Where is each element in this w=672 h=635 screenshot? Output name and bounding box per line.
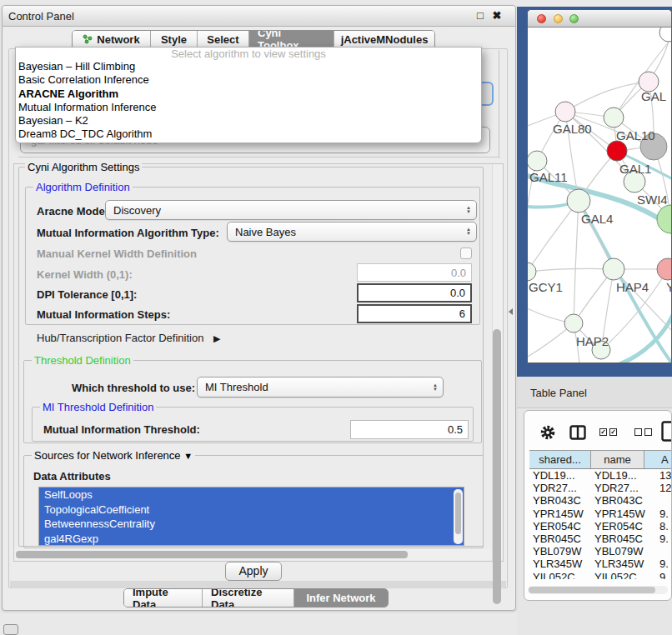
- table-row[interactable]: YBR043CYBR043C: [526, 494, 671, 507]
- list-vertical-scrollbar[interactable]: [454, 489, 463, 544]
- tab-discretize-data[interactable]: Discretize Data: [203, 589, 294, 607]
- node-green-large[interactable]: [657, 205, 671, 233]
- network-graph-canvas[interactable]: GAL GAL80 GAL10 GAL1 GAL11 SWI4 GAL4 GCY…: [528, 28, 671, 363]
- minimize-traffic-light-icon[interactable]: [554, 14, 563, 23]
- table-row[interactable]: YPR145WYPR145W9.: [526, 508, 671, 520]
- deselect-all-columns-button[interactable]: [634, 428, 652, 436]
- apply-button[interactable]: Apply: [225, 562, 282, 581]
- column-header-name[interactable]: name: [591, 450, 644, 469]
- close-traffic-light-icon[interactable]: [537, 14, 546, 23]
- node-label: HAP4: [616, 280, 649, 294]
- select-all-columns-button[interactable]: ✓ ✓: [599, 428, 617, 436]
- mi-algorithm-type-combobox[interactable]: Naive Bayes ▲▼: [227, 222, 477, 242]
- docked-panel-icon[interactable]: [3, 624, 18, 635]
- table-settings-button[interactable]: [539, 424, 556, 444]
- tab-cyni-toolbox[interactable]: Cyni Toolbox: [249, 31, 334, 48]
- dpi-tolerance-label: DPI Tolerance [0,1]:: [37, 288, 137, 301]
- dropdown-option-selected[interactable]: ARACNE Algorithm: [16, 88, 481, 101]
- node-label: GAL: [641, 89, 666, 103]
- network-window-titlebar[interactable]: [528, 10, 672, 28]
- tab-label: Style: [161, 33, 187, 46]
- table-row[interactable]: YIL052CYIL052C9: [526, 571, 671, 580]
- table-horizontal-scrollbar[interactable]: [528, 586, 668, 594]
- table-row[interactable]: YBL079WYBL079W: [526, 545, 671, 558]
- sources-title-row[interactable]: Sources for Network Inference ▼: [32, 449, 195, 462]
- split-columns-button[interactable]: [569, 425, 586, 443]
- combobox-value: Discovery: [113, 204, 161, 217]
- node-gal1-red[interactable]: [607, 141, 627, 161]
- table-row[interactable]: YDR27...YDR27...12: [526, 482, 671, 494]
- zoom-traffic-light-icon[interactable]: [569, 14, 579, 23]
- tab-network[interactable]: Network: [73, 31, 151, 48]
- panel-bottom-band: [10, 581, 506, 588]
- table-row[interactable]: YER054CYER054C8.: [526, 520, 671, 532]
- tab-label: Select: [207, 33, 238, 46]
- node-salmon[interactable]: [657, 258, 671, 280]
- cell-name: YER054C: [594, 520, 643, 532]
- cell-value: 12: [659, 482, 671, 494]
- node-hap4[interactable]: [603, 258, 624, 280]
- hub-transcription-factor-section[interactable]: Hub/Transcription Factor Definition ▶: [37, 332, 220, 344]
- which-threshold-combobox[interactable]: MI Threshold ▲▼: [197, 377, 444, 398]
- tab-select[interactable]: Select: [198, 31, 249, 48]
- mutual-information-threshold-field[interactable]: 0.5: [350, 420, 469, 439]
- scrollbar-thumb[interactable]: [493, 329, 501, 604]
- table-row[interactable]: YLR345WYLR345W9.: [526, 558, 671, 570]
- mi-steps-field[interactable]: 6: [357, 304, 472, 323]
- dropdown-option[interactable]: Dream8 DC_TDC Algorithm: [16, 128, 481, 141]
- cell-shared: YDL19...: [533, 469, 575, 482]
- dropdown-option[interactable]: Basic Correlation Inference: [16, 73, 481, 87]
- dropdown-option[interactable]: Bayesian – Hill Climbing: [16, 60, 481, 73]
- node-gal4[interactable]: [567, 189, 590, 212]
- kernel-width-field[interactable]: 0.0: [357, 263, 472, 282]
- list-item-selected[interactable]: TopologicalCoefficient: [39, 502, 464, 518]
- table-row[interactable]: YDL19...YDL19...13: [526, 469, 671, 482]
- list-item-selected[interactable]: SelfLoops: [39, 488, 464, 502]
- data-attributes-list[interactable]: SelfLoops TopologicalCoefficient Between…: [38, 487, 464, 546]
- aracne-mode-combobox[interactable]: Discovery ▲▼: [105, 200, 477, 220]
- scrollbar-thumb[interactable]: [455, 492, 461, 534]
- control-panel-titlebar[interactable]: [3, 6, 515, 27]
- cell-name: YBL079W: [594, 545, 644, 558]
- column-header-shared-name[interactable]: shared...: [529, 450, 591, 469]
- column-header-partial[interactable]: A: [644, 450, 672, 469]
- node-partial-top[interactable]: [659, 28, 671, 42]
- scrollbar-thumb[interactable]: [16, 551, 408, 558]
- node-label: GAL10: [616, 128, 655, 142]
- settings-vertical-scrollbar[interactable]: [492, 164, 503, 561]
- node-gal80[interactable]: [555, 102, 575, 122]
- scrollbar-thumb[interactable]: [529, 587, 655, 593]
- control-panel-title: Control Panel: [8, 10, 74, 22]
- tab-label: Cyni Toolbox: [258, 30, 325, 48]
- tab-style[interactable]: Style: [151, 31, 198, 48]
- cell-value: 9.: [659, 558, 669, 570]
- manual-kernel-width-checkbox[interactable]: [460, 248, 472, 259]
- application-root: GAL GAL80 GAL10 GAL1 GAL11 SWI4 GAL4 GCY…: [0, 0, 672, 635]
- tab-impute-data[interactable]: Impute Data: [124, 589, 203, 607]
- list-item-selected[interactable]: gal4RGexp: [39, 532, 464, 546]
- node-gal11[interactable]: [528, 151, 547, 171]
- cell-value: 9.: [659, 508, 669, 520]
- network-view-window[interactable]: GAL GAL80 GAL10 GAL1 GAL11 SWI4 GAL4 GCY…: [527, 9, 672, 363]
- expanded-arrow-icon[interactable]: ▼: [183, 451, 193, 461]
- node-gcy1[interactable]: [528, 262, 536, 281]
- collapsed-arrow-icon[interactable]: ▶: [213, 333, 220, 343]
- dpi-tolerance-field[interactable]: 0.0: [357, 283, 472, 302]
- tab-jactivemnodules[interactable]: jActiveMNodules: [334, 31, 434, 48]
- tab-infer-network[interactable]: Infer Network: [294, 589, 388, 607]
- document-button[interactable]: [661, 421, 672, 446]
- node-labels: GAL GAL80 GAL10 GAL1 GAL11 SWI4 GAL4 GCY…: [529, 89, 671, 348]
- close-window-button[interactable]: ✖: [490, 9, 504, 22]
- combobox-arrows-icon: ▲▼: [466, 228, 476, 236]
- table-row[interactable]: YBR045CYBR045C9.: [526, 532, 671, 545]
- node-label: HAP2: [576, 334, 609, 348]
- threshold-definition-title: Threshold Definition: [32, 354, 133, 367]
- list-item-selected[interactable]: BetweennessCentrality: [39, 517, 464, 532]
- panel-divider-collapse-arrow[interactable]: [509, 308, 513, 315]
- node-gal10[interactable]: [604, 108, 624, 128]
- dropdown-option[interactable]: Mutual Information Inference: [16, 101, 481, 114]
- float-window-button[interactable]: □: [474, 9, 487, 22]
- node-hap2[interactable]: [564, 314, 583, 332]
- hub-section-label: Hub/Transcription Factor Definition: [37, 332, 203, 344]
- dropdown-option[interactable]: Bayesian – K2: [16, 114, 481, 128]
